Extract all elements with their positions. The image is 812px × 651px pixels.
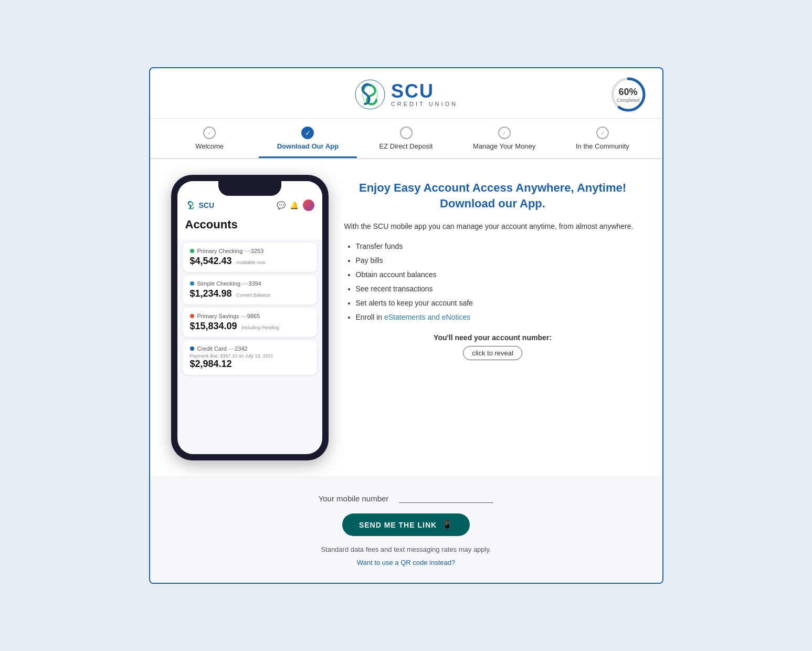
phone-screen: SCU 💬 🔔 Accounts Primary Checking ····32… — [177, 181, 322, 454]
feature-item-4: See recent transactions — [356, 284, 641, 295]
tab-ez-direct-deposit[interactable]: EZ Direct Deposit — [357, 127, 455, 156]
phone-scu-logo-text: SCU — [199, 201, 215, 209]
feature-list: Transfer funds Pay bills Obtain account … — [344, 241, 641, 323]
right-content: Enjoy Easy Account Access Anywhere, Anyt… — [344, 175, 641, 364]
progress-text: 60% Completed — [617, 87, 640, 103]
send-link-button[interactable]: SEND ME THE LINK 📱 — [342, 513, 470, 536]
account-balance-2: $1,234.98 Current Balance — [190, 288, 310, 299]
account-sub-1: Available now — [236, 260, 265, 265]
account-card-checking1: Primary Checking ····3253 $4,542.43 Avai… — [183, 243, 317, 272]
account-card-credit: Credit Card ····2342 Payment due: $357.1… — [183, 340, 317, 375]
tab-manage-money[interactable]: ✓ Manage Your Money — [455, 127, 553, 156]
feature-item-3: Obtain account balances — [356, 269, 641, 280]
account-number-section: You'll need your account number: click t… — [344, 333, 641, 360]
tab-download-app[interactable]: ✓ Download Our App — [259, 127, 357, 158]
feature-item-5: Set alerts to keep your account safe — [356, 298, 641, 309]
main-content: SCU 💬 🔔 Accounts Primary Checking ····32… — [150, 159, 662, 476]
tab-community-label: In the Community — [576, 142, 629, 150]
phone-scu-logo-icon — [185, 200, 197, 211]
account-dot-red — [190, 314, 194, 318]
bell-icon: 🔔 — [290, 201, 299, 209]
logo-credit-union: CREDIT UNION — [391, 101, 458, 107]
tab-direct-deposit-icon — [400, 127, 413, 139]
phone-mockup: SCU 💬 🔔 Accounts Primary Checking ····32… — [171, 175, 329, 460]
phone-avatar — [303, 200, 314, 211]
phone-accounts-title: Accounts — [177, 215, 322, 239]
progress-container: 60% Completed — [610, 76, 647, 113]
account-dot-blue — [190, 281, 194, 286]
account-balance-3: $15,834.09 Including Pending — [190, 321, 310, 332]
bottom-section: Your mobile number SEND ME THE LINK 📱 St… — [150, 476, 662, 583]
phone-scu-logo: SCU — [185, 200, 215, 211]
feature-item-1: Transfer funds — [356, 241, 641, 252]
account-name-4: Credit Card ····2342 — [197, 345, 248, 352]
account-name-row-4: Credit Card ····2342 — [190, 345, 310, 352]
account-name-2: Simple Checking ····3394 — [197, 280, 261, 287]
chat-icon: 💬 — [277, 201, 286, 209]
mobile-number-input[interactable] — [399, 492, 493, 503]
logo-text: SCU CREDIT UNION — [391, 82, 458, 107]
enroll-link[interactable]: eStatements and eNotices — [384, 313, 470, 321]
account-card-savings: Primary Savings ····9865 $15,834.09 Incl… — [183, 308, 317, 337]
reveal-button[interactable]: click to reveal — [463, 346, 522, 360]
send-link-label: SEND ME THE LINK — [359, 521, 437, 529]
page-description: With the SCU mobile app you can manage y… — [344, 220, 641, 232]
account-name-1: Primary Checking ····3253 — [197, 248, 264, 254]
progress-percent: 60% — [617, 87, 640, 98]
feature-item-6: Enroll in eStatements and eNotices — [356, 312, 641, 323]
logo: SCU CREDIT UNION — [354, 79, 458, 110]
mobile-input-row: Your mobile number — [166, 492, 647, 503]
account-balance-value-4: $2,984.12 — [190, 359, 232, 369]
account-dot-green — [190, 249, 194, 253]
tab-community-icon: ✓ — [596, 127, 609, 139]
standard-data-text: Standard data fees and text messaging ra… — [166, 545, 647, 553]
feature-item-2: Pay bills — [356, 255, 641, 266]
account-sub-3: Including Pending — [241, 325, 279, 330]
header: SCU CREDIT UNION 60% Completed — [150, 68, 662, 119]
account-name-row-1: Primary Checking ····3253 — [190, 248, 310, 254]
account-dot-navy — [190, 346, 194, 351]
phone-send-icon: 📱 — [442, 520, 453, 530]
account-card-checking2: Simple Checking ····3394 $1,234.98 Curre… — [183, 275, 317, 304]
tab-direct-deposit-label: EZ Direct Deposit — [379, 142, 433, 150]
logo-scu: SCU — [391, 82, 458, 101]
account-name-row-3: Primary Savings ····9865 — [190, 313, 310, 319]
send-btn-container: SEND ME THE LINK 📱 — [166, 513, 647, 545]
account-balance-value-2: $1,234.98 — [190, 288, 232, 299]
account-balance-1: $4,542.43 Available now — [190, 256, 310, 267]
progress-completed-label: Completed — [617, 98, 640, 103]
page-wrapper: SCU CREDIT UNION 60% Completed ✓ Welcome — [149, 67, 663, 584]
mobile-label: Your mobile number — [319, 494, 389, 503]
tab-download-label: Download Our App — [277, 142, 339, 150]
account-name-row-2: Simple Checking ····3394 — [190, 280, 310, 287]
tab-community[interactable]: ✓ In the Community — [553, 127, 651, 156]
tab-welcome[interactable]: ✓ Welcome — [161, 127, 259, 156]
account-number-label: You'll need your account number: — [344, 333, 641, 342]
tab-welcome-label: Welcome — [195, 142, 224, 150]
phone-icons: 💬 🔔 — [277, 200, 314, 211]
tab-manage-money-icon: ✓ — [498, 127, 511, 139]
account-name-3: Primary Savings ····9865 — [197, 313, 260, 319]
scu-logo-icon — [354, 79, 386, 110]
tab-manage-money-label: Manage Your Money — [473, 142, 535, 150]
progress-circle: 60% Completed — [610, 76, 647, 113]
account-sub-2: Current Balance — [236, 292, 270, 298]
tab-download-icon: ✓ — [301, 127, 314, 139]
account-balance-value-1: $4,542.43 — [190, 256, 232, 266]
account-balance-value-3: $15,834.09 — [190, 321, 237, 331]
account-balance-4: $2,984.12 — [190, 359, 310, 370]
nav-tabs: ✓ Welcome ✓ Download Our App EZ Direct D… — [150, 119, 662, 159]
qr-code-link[interactable]: Want to use a QR code instead? — [357, 559, 455, 566]
page-headline: Enjoy Easy Account Access Anywhere, Anyt… — [344, 180, 641, 211]
account-extra-4: Payment due: $357.10 on July 13, 2021 — [190, 353, 310, 359]
phone-notch — [218, 181, 281, 196]
tab-welcome-icon: ✓ — [203, 127, 216, 139]
